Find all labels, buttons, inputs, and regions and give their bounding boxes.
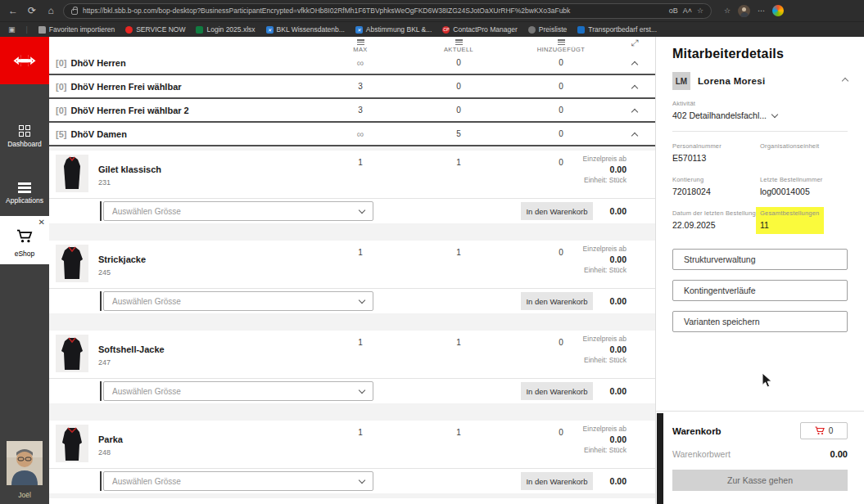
bookmark-servicenow[interactable]: SERVICE NOW	[125, 25, 185, 34]
bookmark-transportbedarf[interactable]: Transportbedarf erst...	[577, 25, 657, 34]
product-order-row: Auswählen Grösse In den Warenkorb 0.00	[49, 469, 655, 493]
price-block: Einzelpreis ab 0.00 Einheit: Stück	[583, 245, 627, 274]
cart-summary: Warenkorb 0 Warenkorbwert 0.00 Zur Kasse…	[656, 411, 864, 504]
scrollbar-thumb[interactable]	[657, 413, 663, 504]
sidebar-item-eshop[interactable]: ✕ eShop	[0, 216, 49, 264]
product-info-row: Softshell-Jacke247 1 1 0 Einzelpreis ab …	[49, 331, 655, 378]
sidebar-user[interactable]: Joël	[0, 441, 49, 499]
sidebar-item-applications[interactable]: Applications	[0, 182, 49, 205]
flag-icon	[577, 26, 585, 34]
browser-chrome: ← ⟳ ⌂ https://bkl.sbb.b-op.com/bop-deskt…	[0, 0, 864, 37]
category-row[interactable]: [5]DhöV Damen ∞ 5 0	[49, 123, 655, 146]
product-image	[56, 245, 88, 282]
app-sidebar: Dashboard Applications ✕ eShop Joël	[0, 37, 49, 504]
close-icon[interactable]: ✕	[38, 218, 45, 227]
add-to-cart-button[interactable]: In den Warenkorb	[521, 202, 593, 220]
strukturverwaltung-button[interactable]: Strukturverwaltung	[672, 249, 848, 270]
tab-actions-icon[interactable]: ▣	[8, 25, 16, 34]
excel-icon	[196, 26, 203, 34]
size-select[interactable]: Auswählen Grösse	[103, 291, 373, 311]
add-to-cart-button[interactable]: In den Warenkorb	[521, 382, 593, 400]
address-bar[interactable]: https://bkl.sbb.b-op.com/bop-desktop?Bus…	[63, 3, 712, 19]
checkout-button[interactable]: Zur Kasse gehen	[672, 470, 848, 491]
chevron-up-icon[interactable]	[631, 84, 638, 91]
cart-icon	[16, 229, 33, 244]
activity-field: Aktivität 402 Detailhandelsfachl...	[672, 100, 848, 120]
category-row[interactable]: [0]DhöV Herren Frei wählbar 3 0 0	[49, 75, 655, 99]
panel-title: Mitarbeiterdetails	[672, 47, 848, 61]
column-hinzugefuegt: HINZUGEFÜGT	[508, 38, 614, 53]
url-text[interactable]: https://bkl.sbb.b-op.com/bop-desktop?Bus…	[83, 7, 664, 15]
highlight-box: Gesamtbestellungen 11	[756, 207, 824, 234]
blue-x-icon: ✕	[266, 26, 274, 34]
bookmark-abstimmung[interactable]: ✕Abstimmung BKL &...	[355, 25, 432, 34]
product-order-row: Auswählen Grösse In den Warenkorb 0.00	[49, 199, 655, 223]
kontingentverlaeufe-button[interactable]: Kontingentverläufe	[672, 280, 848, 301]
activity-select[interactable]: 402 Detailhandelsfachl...	[672, 110, 848, 120]
chevron-down-icon	[359, 386, 365, 393]
cart-count-button[interactable]: 0	[800, 422, 848, 439]
sbb-logo[interactable]	[0, 37, 49, 84]
chevron-up-icon[interactable]	[631, 61, 638, 67]
product-list: Gilet klassisch231 1 1 0 Einzelpreis ab …	[49, 146, 655, 498]
contingent-table: MAX AKTUELL HINZUGEFÜGT ⤢ [0]DhöV Herren…	[49, 37, 655, 504]
chevron-up-icon[interactable]	[842, 78, 848, 84]
product-info-row: Parka248 1 1 0 Einzelpreis ab 0.00 Einhe…	[49, 421, 655, 468]
more-menu-icon[interactable]: ⋯	[758, 7, 765, 15]
back-icon[interactable]: ←	[7, 5, 20, 16]
row-marker	[100, 381, 102, 401]
field-kontierung: Kontierung 72018024	[672, 176, 760, 196]
read-aloud-icon[interactable]: A˄	[683, 7, 692, 15]
sbb-logo-icon	[8, 53, 41, 68]
lock-icon	[71, 9, 78, 15]
product-info-row: Gilet klassisch231 1 1 0 Einzelpreis ab …	[49, 151, 655, 198]
category-row[interactable]: [0]DhöV Herren Frei wählbar 2 3 0 0	[49, 99, 655, 123]
bookmark-preisliste[interactable]: Preisliste	[528, 25, 567, 34]
cart-title: Warenkorb	[672, 426, 722, 436]
initials-badge: LM	[672, 72, 690, 90]
chevron-up-icon[interactable]	[631, 132, 638, 138]
refresh-icon[interactable]: ⟳	[25, 5, 38, 16]
divider	[672, 131, 848, 132]
size-select[interactable]: Auswählen Grösse	[103, 201, 373, 221]
field-personalnummer: Personalnummer E570113	[672, 142, 760, 163]
user-photo	[7, 441, 43, 485]
extension-badge[interactable]: oB	[669, 7, 678, 15]
column-aktuell: AKTUELL	[409, 38, 508, 53]
add-to-cart-button[interactable]: In den Warenkorb	[521, 292, 593, 310]
product-order-row: Auswählen Grösse In den Warenkorb 0.00	[49, 289, 655, 313]
employee-details-panel: Mitarbeiterdetails LM Lorena Moresi Akti…	[655, 37, 864, 504]
price-block: Einzelpreis ab 0.00 Einheit: Stück	[583, 425, 627, 454]
user-name: Joël	[0, 491, 49, 499]
category-row[interactable]: [0]DhöV Herren ∞ 0 0	[49, 52, 655, 75]
size-select[interactable]: Auswählen Grösse	[103, 471, 373, 491]
bookmarks-bar: ▣ | Favoriten importieren SERVICE NOW Lo…	[0, 21, 864, 37]
bookmark-login-xlsx[interactable]: Login 2025.xlsx	[196, 25, 255, 34]
price-block: Einzelpreis ab 0.00 Einheit: Stück	[583, 335, 627, 364]
home-icon[interactable]: ⌂	[44, 5, 57, 16]
product-image	[56, 425, 88, 462]
expand-all-icon[interactable]: ⤢	[631, 38, 639, 47]
browser-profile-avatar[interactable]	[738, 5, 750, 17]
chevron-down-icon	[359, 206, 365, 213]
folder-icon	[38, 26, 46, 34]
sidebar-item-dashboard[interactable]: Dashboard	[0, 119, 49, 148]
copilot-icon[interactable]	[772, 5, 784, 16]
size-select[interactable]: Auswählen Grösse	[103, 381, 373, 401]
chevron-up-icon[interactable]	[631, 108, 638, 115]
bookmark-bkl-wissen[interactable]: ✕BKL Wissensdatenb...	[266, 25, 345, 34]
varianten-speichern-button[interactable]: Varianten speichern	[672, 311, 848, 332]
collections-star-icon[interactable]: ☆	[724, 7, 731, 15]
product-softshell-jacke: Softshell-Jacke247 1 1 0 Einzelpreis ab …	[49, 331, 655, 403]
column-max: MAX	[311, 38, 409, 53]
row-marker	[100, 471, 102, 491]
employee-name: Lorena Moresi	[698, 76, 766, 86]
list-icon	[357, 38, 364, 45]
product-info-row: Strickjacke245 1 1 0 Einzelpreis ab 0.00…	[49, 241, 655, 288]
add-to-cart-button[interactable]: In den Warenkorb	[521, 472, 593, 490]
bookmark-contactpro[interactable]: CPContactPro Manager	[442, 25, 517, 34]
blue-x-icon: ✕	[355, 26, 363, 34]
bookmark-favoriten[interactable]: Favoriten importieren	[38, 25, 115, 34]
employee-header[interactable]: LM Lorena Moresi	[672, 72, 848, 90]
favorite-star-icon[interactable]: ☆	[697, 7, 703, 15]
